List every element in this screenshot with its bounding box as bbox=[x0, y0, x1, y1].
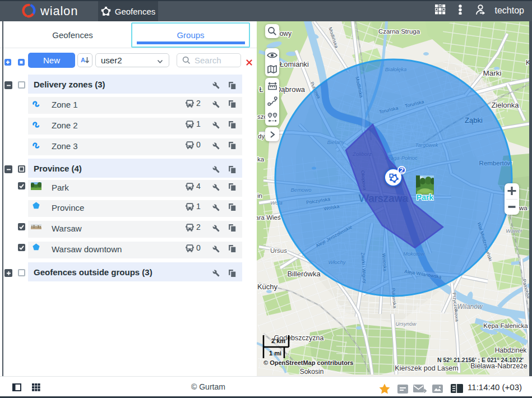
svg-text:Kępa Falenicka: Kępa Falenicka bbox=[483, 322, 528, 329]
svg-text:ara Wieś: ara Wieś bbox=[257, 214, 281, 221]
svg-text:Kierszek pod Lasem: Kierszek pod Lasem bbox=[395, 364, 458, 372]
svg-text:Billerówka: Billerówka bbox=[287, 270, 321, 278]
svg-text:dy: dy bbox=[258, 133, 265, 140]
svg-text:Czarna Struga: Czarna Struga bbox=[378, 28, 420, 35]
svg-text:in: in bbox=[257, 192, 262, 199]
svg-text:Ursynów: Ursynów bbox=[396, 321, 417, 327]
svg-text:ka: ka bbox=[257, 156, 265, 163]
svg-text:Kuchy: Kuchy bbox=[257, 283, 278, 291]
svg-text:Zielonka: Zielonka bbox=[491, 101, 519, 109]
svg-text:Habdzinek: Habdzinek bbox=[495, 346, 528, 354]
svg-text:A: A bbox=[81, 57, 85, 63]
svg-text:Ł: Ł bbox=[259, 85, 263, 94]
svg-text:Sokosin: Sokosin bbox=[300, 368, 324, 374]
svg-text:Bielawa-Nabrzeże: Bielawa-Nabrzeże bbox=[470, 362, 527, 370]
svg-text:Marki: Marki bbox=[483, 69, 502, 77]
svg-text:Wilanów: Wilanów bbox=[457, 303, 483, 311]
svg-text:Dąbrowa: Dąbrowa bbox=[276, 85, 306, 94]
svg-text:Łomianki: Łomianki bbox=[280, 60, 309, 68]
svg-text:Ursus: Ursus bbox=[270, 247, 287, 254]
svg-text:Wawer: Wawer bbox=[506, 228, 522, 234]
